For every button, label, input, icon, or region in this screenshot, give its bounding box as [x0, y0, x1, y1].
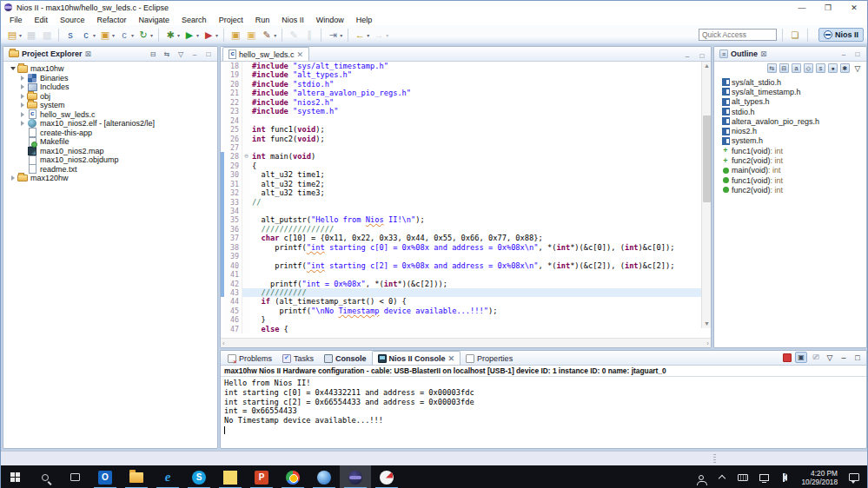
dropdown-arrow-icon[interactable]: ▾ — [386, 32, 388, 38]
search-brush-icon[interactable]: ✎▾ — [260, 28, 277, 42]
console-tab-properties[interactable]: Properties — [461, 352, 518, 365]
dropdown-arrow-icon[interactable]: ▾ — [177, 32, 180, 38]
dropdown-arrow-icon[interactable]: ▾ — [112, 32, 115, 38]
console-output[interactable]: Hello from Nios II!int starting c[0] = 0… — [221, 377, 866, 437]
internet-explorer-taskbar-button[interactable]: e — [152, 465, 183, 488]
start-button[interactable] — [1, 465, 30, 488]
dropdown-arrow-icon[interactable]: ▾ — [93, 32, 96, 38]
link-editor-icon[interactable]: ⇆ — [162, 49, 172, 59]
taskbar-clock[interactable]: 4:20 PM 10/29/2018 — [796, 469, 843, 486]
last-edit-icon[interactable]: ⇥▾ — [326, 28, 343, 42]
save-all-icon[interactable]: ▩ — [40, 28, 54, 42]
tree-item-max10_nios2.objdump[interactable]: max10_nios2.objdump — [5, 155, 217, 165]
menu-nios-ii[interactable]: Nios II — [275, 16, 310, 24]
hide-non-public-icon[interactable]: ● — [828, 63, 838, 73]
scrollbar-thumb[interactable] — [703, 115, 711, 202]
outline-item[interactable]: +func2(void) : int — [719, 155, 866, 165]
mark-occurrences-icon[interactable]: ∥ — [302, 28, 316, 42]
menu-file[interactable]: File — [3, 16, 29, 24]
outline-tab[interactable]: ≡ Outline ⊠ — [718, 49, 769, 58]
generate-bsp-icon[interactable]: s — [63, 28, 77, 42]
build-config-icon[interactable]: c▾ — [117, 28, 135, 42]
scroll-up-icon[interactable]: ▲ — [702, 62, 712, 70]
outline-item[interactable]: stdio.h — [719, 107, 866, 116]
outline-item[interactable]: func2(void) : int — [719, 185, 866, 195]
dropdown-arrow-icon[interactable]: ▾ — [131, 32, 134, 38]
dropdown-arrow-icon[interactable]: ▾ — [215, 32, 218, 38]
show-hidden-icons-button[interactable] — [712, 465, 732, 488]
refresh-icon[interactable]: ↻▾ — [136, 28, 154, 42]
menu-navigate[interactable]: Navigate — [133, 16, 176, 24]
scroll-right-icon[interactable]: › — [706, 340, 709, 347]
outline-item[interactable]: system.h — [719, 136, 866, 146]
outline-item[interactable]: func1(void) : int — [719, 175, 866, 185]
menu-project[interactable]: Project — [213, 16, 249, 24]
tree-item-max10_nios2.elf[interactable]: max10_nios2.elf - [alteranios2/le] — [5, 119, 217, 129]
quartus-taskbar-button[interactable] — [308, 465, 340, 488]
scroll-down-icon[interactable]: ▼ — [702, 320, 712, 328]
outline-item[interactable]: altera_avalon_pio_regs.h — [719, 116, 866, 126]
outline-item[interactable]: sys/alt_stdio.h — [719, 77, 866, 87]
tree-caret-icon[interactable] — [18, 94, 26, 99]
dropdown-arrow-icon[interactable]: ▾ — [340, 32, 342, 38]
collapse-all-icon[interactable]: ⊟ — [779, 63, 789, 73]
outline-item[interactable]: alt_types.h — [719, 97, 866, 107]
fold-marker-icon[interactable]: ⊖ — [242, 152, 250, 161]
back-icon[interactable]: ←▾ — [353, 28, 370, 42]
menu-search[interactable]: Search — [176, 16, 213, 24]
view-menu-icon[interactable]: ▽ — [825, 353, 835, 363]
tree-item-max120hw[interactable]: max120hw — [5, 174, 217, 183]
tree-item-max10hw[interactable]: max10hw — [5, 64, 217, 74]
powerpoint-taskbar-button[interactable]: P — [246, 465, 277, 488]
editor-horizontal-scrollbar[interactable]: ‹ › — [221, 338, 711, 347]
tree-item-hello_sw_leds.c[interactable]: hello_sw_leds.c — [5, 110, 217, 120]
open-type-icon[interactable]: ▣ — [229, 28, 242, 42]
hide-static-icon[interactable]: s — [816, 63, 825, 73]
maximize-icon[interactable]: □ — [697, 50, 707, 61]
volume-icon[interactable] — [775, 465, 794, 488]
console-tab-nios-ii-console[interactable]: Nios II Console✕ — [372, 351, 461, 365]
tree-item-obj[interactable]: obj — [5, 92, 217, 102]
clear-console-icon[interactable]: ⎚ — [811, 353, 821, 363]
file-explorer-taskbar-button[interactable] — [121, 465, 152, 488]
tree-caret-icon[interactable] — [18, 102, 26, 108]
dropdown-arrow-icon[interactable]: ▾ — [367, 32, 369, 38]
close-tab-icon[interactable]: ✕ — [448, 354, 455, 363]
project-explorer-tab[interactable]: Project Explorer ⊠ — [7, 49, 93, 58]
debug-icon[interactable]: ✱▾ — [163, 28, 181, 42]
sticky-notes-taskbar-button[interactable] — [215, 465, 246, 488]
tree-item-readme.txt[interactable]: readme.txt — [5, 165, 217, 175]
terminate-icon[interactable] — [783, 353, 792, 362]
input-indicator-icon[interactable] — [733, 465, 752, 488]
menu-edit[interactable]: Edit — [29, 16, 55, 24]
close-tab-icon[interactable]: ✕ — [297, 50, 304, 59]
perspective-nios2-button[interactable]: Nios II — [818, 28, 864, 42]
tree-item-create-this-app[interactable]: create-this-app — [5, 129, 217, 138]
new-wizard-icon[interactable]: ▤▾ — [5, 28, 23, 42]
quick-access-input[interactable] — [699, 29, 777, 41]
annotate-icon[interactable]: ✎ — [287, 28, 301, 42]
link-editor-icon[interactable]: ⇆ — [767, 63, 777, 73]
dropdown-arrow-icon[interactable]: ▾ — [150, 32, 153, 38]
console-tab-tasks[interactable]: Tasks — [277, 352, 319, 365]
minimize-icon[interactable]: – — [189, 49, 200, 59]
maximize-icon[interactable]: □ — [852, 353, 863, 363]
tree-caret-icon[interactable] — [18, 121, 26, 126]
run-icon[interactable]: ▶▾ — [182, 28, 200, 42]
taskbar-search-button[interactable] — [30, 465, 60, 488]
forward-icon[interactable]: →▾ — [372, 28, 389, 42]
maximize-icon[interactable]: □ — [852, 49, 863, 59]
view-menu-icon[interactable]: ▽ — [176, 49, 186, 59]
chrome-taskbar-button[interactable] — [277, 465, 308, 488]
modelsim-taskbar-button[interactable] — [371, 465, 402, 488]
save-icon[interactable]: ▦ — [24, 28, 38, 42]
open-resource-icon[interactable]: ▣ — [244, 28, 258, 42]
view-menu-icon[interactable]: ▽ — [852, 63, 863, 74]
restore-button[interactable]: ❐ — [815, 1, 841, 14]
outline-item[interactable]: nios2.h — [719, 126, 866, 135]
tree-item-Binaries[interactable]: Binaries — [5, 74, 217, 83]
outline-item[interactable]: +func1(void) : int — [719, 146, 866, 155]
pin-console-icon[interactable]: ▣ — [795, 352, 807, 363]
open-perspective-icon[interactable]: ❏ — [788, 29, 802, 41]
outline-item[interactable]: main(void) : int — [719, 166, 866, 175]
